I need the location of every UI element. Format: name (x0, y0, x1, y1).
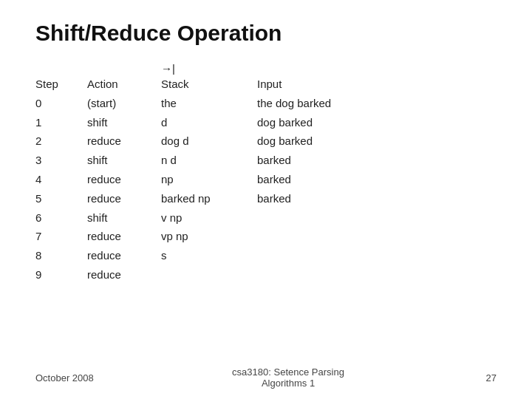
input-2: dog barked (257, 132, 368, 151)
action-3: shift (87, 151, 161, 170)
step-4: 4 (35, 170, 87, 189)
input-1: dog barked (257, 113, 368, 132)
step-6: 6 (35, 208, 87, 228)
stack-5: np (161, 170, 257, 189)
step-2: 2 (35, 132, 87, 151)
stack-1: the (161, 94, 257, 113)
action-9: reduce (87, 265, 161, 284)
stack-9: s (161, 246, 257, 265)
input-0: the dog barked (257, 94, 368, 113)
input-4: barked (257, 170, 368, 189)
action-2: reduce (87, 132, 161, 151)
input-3: barked (257, 151, 368, 170)
action-5: reduce (87, 189, 161, 208)
action-4: reduce (87, 170, 161, 189)
footer-citation-line2: Algorithms 1 (102, 378, 474, 389)
footer-page-number: 27 (474, 372, 497, 383)
input-header: Input (257, 75, 368, 94)
input-column: Input the dog barked dog barked dog bark… (257, 75, 368, 208)
step-3: 3 (35, 151, 87, 170)
action-7: reduce (87, 227, 161, 246)
step-0: 0 (35, 94, 87, 113)
stack-header: Stack (161, 75, 257, 94)
action-8: reduce (87, 246, 161, 265)
stack-8: vp np (161, 227, 257, 246)
slide-footer: October 2008 csa3180: Setence Parsing Al… (0, 366, 532, 389)
stack-column: Stack the d dog d n d np barked np v np … (161, 75, 257, 265)
step-column: Step 0 1 2 3 4 5 6 7 8 9 (35, 75, 87, 284)
arrow-symbol: →| (161, 62, 257, 75)
input-5: barked (257, 189, 368, 208)
stack-7: v np (161, 208, 257, 228)
action-6: shift (87, 208, 161, 228)
step-1: 1 (35, 113, 87, 132)
stack-4: n d (161, 151, 257, 170)
slide-title: Shift/Reduce Operation (35, 21, 497, 46)
footer-date: October 2008 (35, 372, 102, 383)
action-1: shift (87, 113, 161, 132)
step-header: Step (35, 75, 87, 94)
slide-page: Shift/Reduce Operation →| Step 0 1 2 3 4… (0, 0, 532, 399)
step-7: 7 (35, 227, 87, 246)
stack-2: d (161, 113, 257, 132)
step-9: 9 (35, 265, 87, 284)
stack-3: dog d (161, 132, 257, 151)
step-5: 5 (35, 189, 87, 208)
stack-6: barked np (161, 189, 257, 208)
action-0: (start) (87, 94, 161, 113)
arrow-row: →| (35, 62, 497, 75)
footer-citation: csa3180: Setence Parsing Algorithms 1 (102, 366, 474, 389)
action-header: Action (87, 75, 161, 94)
footer-citation-line1: csa3180: Setence Parsing (102, 366, 474, 378)
action-column: Action (start) shift reduce shift reduce… (87, 75, 161, 284)
main-content: Step 0 1 2 3 4 5 6 7 8 9 Action (start) … (35, 75, 497, 284)
step-8: 8 (35, 246, 87, 265)
